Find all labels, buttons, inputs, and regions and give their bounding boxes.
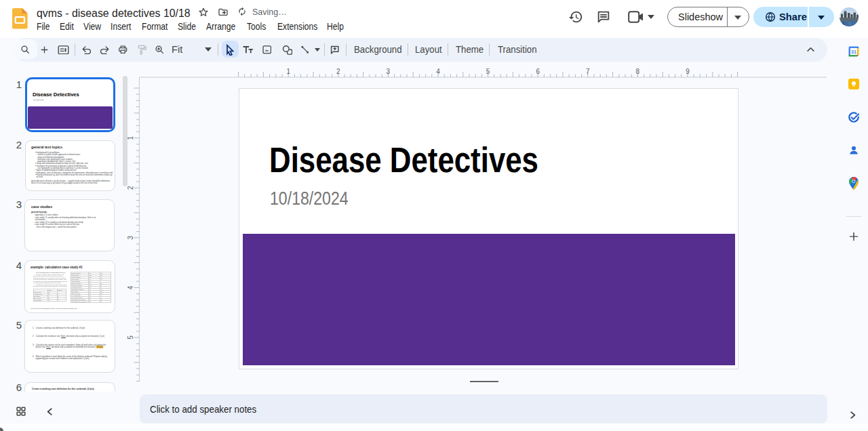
svg-text:7: 7 — [586, 68, 590, 75]
svg-text:2: 2 — [127, 186, 134, 190]
svg-text:2: 2 — [336, 68, 340, 75]
svg-text:6: 6 — [536, 68, 540, 75]
svg-text:3: 3 — [127, 236, 134, 240]
svg-text:8: 8 — [636, 68, 640, 75]
svg-text:31: 31 — [851, 49, 856, 55]
svg-text:5: 5 — [486, 68, 490, 75]
svg-text:4: 4 — [436, 68, 440, 75]
svg-text:1: 1 — [127, 136, 134, 140]
svg-text:4: 4 — [127, 285, 134, 289]
svg-text:5: 5 — [127, 335, 134, 340]
svg-text:1: 1 — [286, 68, 290, 75]
svg-text:9: 9 — [686, 68, 690, 75]
svg-text:3: 3 — [387, 68, 391, 75]
